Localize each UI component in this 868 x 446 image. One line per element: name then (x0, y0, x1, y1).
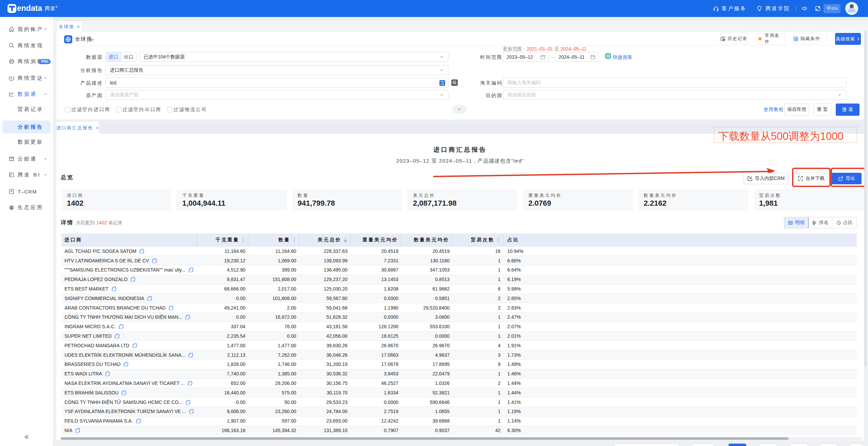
svg-text:A: A (442, 82, 444, 86)
